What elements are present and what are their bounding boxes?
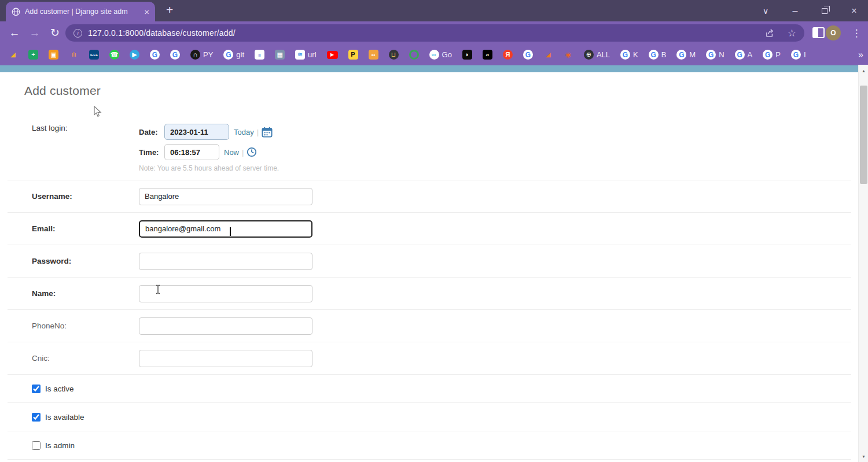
bookmark-item[interactable]: ∩PY bbox=[190, 50, 213, 60]
share-icon[interactable] bbox=[764, 28, 775, 38]
restore-button[interactable] bbox=[811, 0, 838, 21]
bookmark-favicon-icon: ∩ bbox=[190, 50, 200, 60]
back-button[interactable]: ← bbox=[5, 21, 24, 44]
bookmark-favicon-icon: G bbox=[676, 50, 686, 60]
bookmark-item[interactable]: ▣ bbox=[49, 50, 58, 60]
scrollbar-thumb[interactable] bbox=[860, 86, 867, 184]
username-input[interactable] bbox=[139, 188, 312, 205]
bookmark-item[interactable]: ◢ bbox=[8, 50, 18, 60]
bookmark-item[interactable]: IEEE bbox=[89, 50, 99, 60]
url-text[interactable]: 127.0.0.1:8000/database/customer/add/ bbox=[88, 28, 759, 38]
form-row-cnic: Cnic: bbox=[8, 342, 851, 375]
bookmarks-overflow-icon[interactable]: » bbox=[858, 44, 863, 65]
bookmark-item[interactable]: ●● bbox=[369, 50, 378, 60]
profile-avatar[interactable]: O bbox=[826, 25, 841, 40]
bookmark-item[interactable]: GN bbox=[706, 50, 724, 60]
name-label: Name: bbox=[32, 289, 139, 298]
page-scrollbar[interactable]: ▲ ▼ bbox=[858, 65, 868, 462]
minimize-button[interactable]: – bbox=[782, 0, 808, 21]
email-input[interactable] bbox=[139, 220, 312, 238]
bookmark-favicon-icon: ◢ bbox=[543, 50, 553, 60]
bookmark-star-icon[interactable]: ☆ bbox=[788, 27, 796, 39]
bookmark-item[interactable]: ☎ bbox=[109, 50, 119, 60]
now-link[interactable]: Now bbox=[224, 148, 239, 157]
name-input[interactable] bbox=[139, 285, 312, 302]
bookmark-favicon-icon: ☎ bbox=[109, 50, 119, 60]
scroll-up-icon[interactable]: ▲ bbox=[859, 66, 868, 75]
field-rows: Username:Email:Password:Name:PhoneNo:Cni… bbox=[8, 180, 851, 375]
is-available-checkbox[interactable] bbox=[32, 413, 41, 422]
forward-button[interactable]: → bbox=[25, 21, 44, 44]
bookmark-item[interactable]: G bbox=[150, 50, 160, 60]
bookmark-item[interactable]: GI bbox=[791, 50, 806, 60]
address-bar[interactable]: i 127.0.0.1:8000/database/customer/add/ … bbox=[65, 24, 804, 42]
bookmark-favicon-icon: G bbox=[763, 50, 773, 60]
bookmark-item[interactable]: ▶ bbox=[327, 51, 338, 59]
side-panel-icon[interactable] bbox=[812, 27, 825, 38]
clock-icon[interactable] bbox=[247, 147, 257, 157]
bookmark-item[interactable]: Я bbox=[503, 50, 513, 60]
bookmark-item[interactable]: + bbox=[28, 50, 38, 60]
bookmark-item[interactable]: GP bbox=[763, 50, 781, 60]
email-label: Email: bbox=[32, 224, 139, 233]
calendar-icon[interactable] bbox=[262, 127, 273, 138]
is-admin-checkbox[interactable] bbox=[32, 441, 41, 450]
bookmark-item[interactable]: ⊕ALL bbox=[584, 50, 610, 60]
bookmark-item[interactable]: G bbox=[523, 50, 533, 60]
bookmark-item[interactable]: ▶ bbox=[130, 50, 139, 60]
bookmark-item[interactable]: ||| bbox=[255, 50, 264, 60]
bookmark-favicon-icon: ▦ bbox=[275, 50, 285, 60]
tab-close-icon[interactable]: × bbox=[144, 8, 149, 16]
bookmark-favicon-icon: cl bbox=[483, 50, 492, 60]
form-row-is-active: Is active bbox=[8, 375, 851, 403]
bookmark-label: K bbox=[633, 50, 638, 59]
bookmark-label: P bbox=[775, 50, 781, 59]
cnic-input[interactable] bbox=[139, 350, 312, 367]
form-row-password: Password: bbox=[8, 245, 851, 278]
browser-menu-icon[interactable]: ⋮ bbox=[849, 24, 863, 42]
close-button[interactable]: × bbox=[841, 0, 867, 21]
bookmark-item[interactable]: ◉ bbox=[564, 50, 573, 60]
bookmark-favicon-icon: IEEE bbox=[89, 50, 99, 60]
bookmark-item[interactable]: ▦ bbox=[275, 50, 285, 60]
phoneno-label: PhoneNo: bbox=[32, 321, 139, 330]
bookmark-label: PY bbox=[203, 50, 213, 59]
bookmark-favicon-icon: G bbox=[620, 50, 630, 60]
bookmark-favicon-icon: ▶ bbox=[327, 51, 338, 59]
bookmark-item[interactable]: ◗ bbox=[462, 50, 472, 60]
date-input[interactable] bbox=[164, 124, 229, 140]
bookmark-item[interactable]: GK bbox=[620, 50, 638, 60]
password-label: Password: bbox=[32, 257, 139, 265]
bookmark-favicon-icon: G bbox=[150, 50, 160, 60]
new-tab-button[interactable]: + bbox=[166, 3, 173, 17]
page-content: Add customer Last login: Date: Today | bbox=[0, 72, 858, 462]
bookmark-favicon-icon: G bbox=[523, 50, 533, 60]
bookmark-item[interactable]: ◢ bbox=[543, 50, 553, 60]
bookmark-item[interactable]: Ggit bbox=[223, 50, 244, 60]
bookmark-item[interactable]: cl bbox=[483, 50, 492, 60]
bookmark-favicon-icon: ||| bbox=[255, 50, 264, 60]
bookmark-item[interactable]: ≋url bbox=[295, 50, 316, 60]
tab-search-chevron-icon[interactable]: ∨ bbox=[752, 0, 779, 21]
today-link[interactable]: Today bbox=[234, 128, 254, 136]
bookmark-item[interactable]: P bbox=[348, 50, 358, 60]
phoneno-input[interactable] bbox=[139, 317, 312, 335]
bookmark-item[interactable]: ⊔ bbox=[389, 50, 399, 60]
bookmark-item[interactable]: GA bbox=[735, 50, 753, 60]
reload-button[interactable]: ↻ bbox=[46, 21, 64, 44]
bookmark-item[interactable]: GM bbox=[676, 50, 696, 60]
bookmark-item[interactable] bbox=[409, 50, 419, 60]
is-active-checkbox[interactable] bbox=[32, 385, 41, 393]
tab-title: Add customer | Django site adm bbox=[25, 8, 139, 16]
password-input[interactable] bbox=[139, 253, 312, 270]
bookmark-item[interactable]: ∞Go bbox=[429, 50, 452, 60]
time-input[interactable] bbox=[164, 144, 219, 160]
scroll-down-icon[interactable]: ▼ bbox=[859, 452, 868, 461]
bookmark-item[interactable]: G bbox=[170, 50, 180, 60]
site-info-icon[interactable]: i bbox=[73, 29, 82, 38]
browser-tab[interactable]: Add customer | Django site adm × bbox=[6, 2, 155, 21]
cnic-label: Cnic: bbox=[32, 354, 139, 363]
bookmark-item[interactable]: GB bbox=[649, 50, 667, 60]
bookmark-item[interactable]: ılı bbox=[69, 50, 79, 60]
bookmark-favicon-icon: ◗ bbox=[462, 50, 472, 60]
